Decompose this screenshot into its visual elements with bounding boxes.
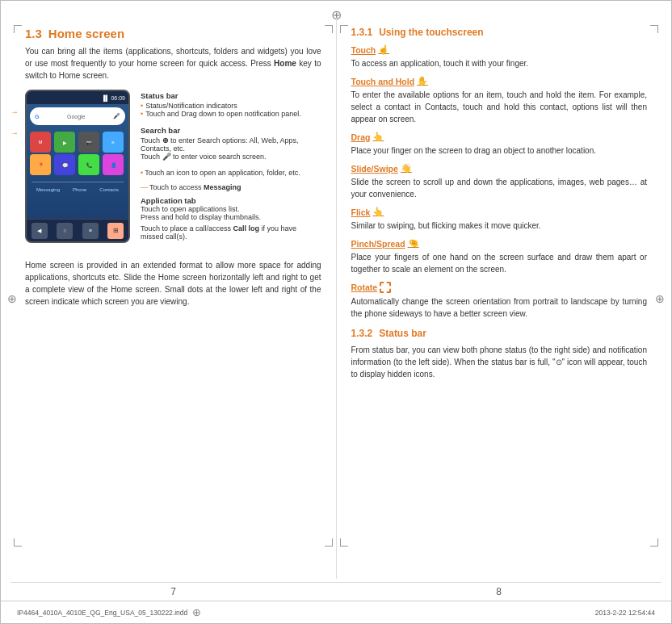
contacts-icon: 👤 [103, 154, 124, 175]
phone-menu-btn: ≡ [82, 223, 99, 239]
section-number: 1.3 [25, 27, 42, 40]
right-corner-tr [650, 25, 658, 33]
flick-desc: Similar to swiping, but flicking makes i… [351, 220, 648, 232]
messaging-label-text: —Touch to access Messaging [141, 183, 321, 191]
phone-back-btn: ◀ [32, 223, 48, 239]
subsection-number: 1.3.1 [351, 27, 373, 38]
search-bar-arrow: → [10, 128, 19, 137]
touch-hold-icon: ✋ [417, 76, 428, 86]
status-bar-heading: Status bar [141, 91, 321, 100]
right-corner-br [650, 538, 658, 547]
right-page-number: 8 [336, 583, 662, 601]
corner-mark-bl [14, 538, 22, 547]
status-bar-section-header: 1.3.2 Status bar [351, 328, 648, 339]
touch-hold-section: Touch and Hold ✋ To enter the available … [351, 76, 648, 125]
pinch-section: Pinch/Spread 🤏 Place your fingers of one… [351, 238, 648, 275]
phone-screen: ▐▌ 06:09 G Google 🎤 M [25, 90, 130, 243]
gmail-icon: M [30, 132, 51, 153]
status-bar-desc: From status bar, you can view both phone… [351, 344, 648, 380]
corner-mark-br [325, 538, 333, 547]
footer-crosshair: ⊕ [192, 606, 201, 618]
rotate-icon [380, 282, 391, 293]
slide-section: Slide/Swipe 👋 Slide the screen to scroll… [351, 163, 648, 200]
phone-diagram: → → ▐▌ 06:09 [25, 90, 134, 251]
phone-divider [32, 182, 124, 182]
phone-bottom-labels: Messaging Phone Contacts [27, 186, 128, 194]
search-text: Google [39, 114, 113, 119]
left-page: ⊕ 1.3 Home screen You can bring all the … [10, 19, 337, 579]
drag-section: Drag 👆 Place your finger on the screen t… [351, 132, 648, 157]
msg-icon: 💬 [54, 154, 75, 175]
call-log-label-block: Touch to place a call/access Call log if… [141, 224, 321, 241]
search-bar-heading: Search bar [141, 126, 321, 135]
drag-desc: Place your finger on the screen to drag … [351, 144, 648, 157]
browser-icon: e [103, 132, 124, 153]
icon-label-text: •Touch an icon to open an application, f… [141, 169, 321, 177]
phone-time: 06:09 [111, 95, 125, 101]
slide-desc: Slide the screen to scroll up and down t… [351, 176, 648, 200]
subsection-title: Using the touchscreen [379, 27, 483, 38]
corner-mark-tr [325, 25, 333, 33]
pinch-desc: Place your fingers of one hand on the sc… [351, 251, 648, 275]
maps-icon: 📍 [30, 154, 51, 175]
messaging-label-block: —Touch to access Messaging [141, 183, 321, 191]
drag-heading: Drag 👆 [351, 132, 384, 142]
app-tab-item-1: Touch to open applications list. [141, 205, 321, 213]
phone-app-bar: ◀ ○ ≡ ⊞ [27, 219, 128, 241]
slide-icon: 👋 [401, 163, 412, 174]
rotate-heading: Rotate [351, 282, 392, 293]
flick-icon: 👆 [372, 207, 384, 217]
app-tab-label-block: Application tab Touch to open applicatio… [141, 196, 321, 221]
status-bar-label-block: Status bar • Status/Notification indicat… [141, 91, 321, 118]
slide-heading: Slide/Swipe 👋 [351, 163, 412, 174]
touch-hold-heading: Touch and Hold ✋ [351, 76, 429, 86]
flick-section: Flick 👆 Similar to swiping, but flicking… [351, 207, 648, 232]
extended-text: Home screen is provided in an extended f… [25, 259, 321, 308]
playstore-icon: ▶ [54, 132, 75, 153]
phone-apps-btn: ⊞ [107, 223, 124, 239]
right-page: ⊕ 1.3.1 Using the touchscreen Touch ☝ To… [337, 19, 662, 579]
intro-text: You can bring all the items (application… [25, 45, 321, 82]
search-item-2: Touch 🎤 to enter voice search screen. [141, 153, 321, 161]
right-side-mark: ⊕ [655, 292, 665, 305]
touch-section: Touch ☝ To access an application, touch … [351, 44, 648, 69]
status-bar-arrow: → [10, 107, 19, 116]
status-item-2: • Touch and Drag down to open notificati… [141, 110, 321, 118]
left-side-mark: ⊕ [7, 292, 17, 305]
phone-icon-cell: 📞 [78, 154, 99, 175]
flick-heading: Flick 👆 [351, 207, 384, 217]
diagram-labels: Status bar • Status/Notification indicat… [141, 90, 321, 251]
app-tab-item-2: Press and hold to display thumbnails. [141, 213, 321, 221]
phone-search-bar: G Google 🎤 [30, 107, 125, 125]
drag-icon: 👆 [372, 132, 384, 142]
footer-left: IP4464_4010A_4010E_QG_Eng_USA_05_130222.… [17, 606, 201, 618]
right-corner-tl [340, 25, 348, 33]
rotate-desc: Automatically change the screen orientat… [351, 295, 648, 320]
search-bar-label-block: Search bar Touch ⊕ to enter Search optio… [141, 126, 321, 161]
call-log-label-text: Touch to place a call/access Call log if… [141, 224, 321, 241]
camera-icon: 📷 [78, 132, 99, 153]
phone-status-bar-area: ▐▌ 06:09 [27, 91, 128, 104]
footer-filename: IP4464_4010A_4010E_QG_Eng_USA_05_130222.… [17, 609, 187, 617]
phone-home-btn: ○ [57, 223, 73, 239]
touch-heading: Touch ☝ [351, 44, 390, 55]
page-footer: IP4464_4010A_4010E_QG_Eng_USA_05_130222.… [1, 601, 671, 623]
app-tab-heading: Application tab [141, 196, 321, 205]
pinch-icon: 🤏 [408, 238, 419, 249]
corner-mark-tl [14, 25, 22, 33]
touch-hold-desc: To enter the available options for an it… [351, 89, 648, 125]
status-bar-section-title: Status bar [379, 328, 426, 339]
right-corner-bl [340, 538, 348, 547]
status-item-1: • Status/Notification indicators [141, 102, 321, 110]
left-page-number: 7 [10, 583, 336, 601]
pinch-heading: Pinch/Spread 🤏 [351, 238, 419, 249]
touch-desc: To access an application, touch it with … [351, 57, 648, 69]
rotate-section: Rotate Automatically change the screen o… [351, 282, 648, 320]
status-bar-section-num: 1.3.2 [351, 328, 373, 339]
search-item-1: Touch ⊕ to enter Search options: All, We… [141, 136, 321, 153]
touch-gesture-icon: ☝ [378, 44, 389, 55]
section-title: Home screen [48, 27, 124, 40]
mic-icon: 🎤 [113, 113, 120, 119]
phone-icons-grid: M ▶ 📷 e 📍 💬 📞 👤 [27, 128, 128, 178]
footer-timestamp: 2013-2-22 12:54:44 [595, 609, 655, 617]
